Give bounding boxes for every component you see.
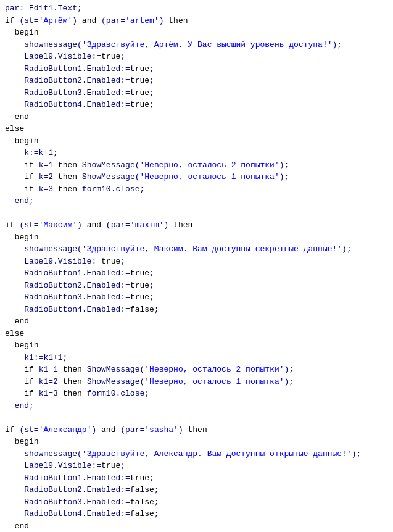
code-line: if k=3 then form10.close; <box>5 183 388 196</box>
code-line: RadioButton2.Enabled:=false; <box>5 484 388 496</box>
code-line: end; <box>5 195 388 207</box>
code-line: RadioButton3.Enabled:=false; <box>5 496 388 509</box>
code-line: end; <box>5 400 388 412</box>
code-line: if k1=3 then form10.close; <box>5 388 388 400</box>
code-line: RadioButton1.Enabled:=true; <box>5 472 388 484</box>
code-line: if (st='Артём') and (par='artem') then <box>5 15 388 27</box>
code-editor: par:=Edit1.Text; if (st='Артём') and (pa… <box>0 0 393 532</box>
code-line: Label9.Visible:=true; <box>5 256 388 268</box>
code-line: par:=Edit1.Text; <box>5 2 388 15</box>
code-line: if k=2 then ShowMessage('Неверно, остало… <box>5 171 388 183</box>
code-line: RadioButton3.Enabled:=true; <box>5 87 388 99</box>
code-line: if k1=2 then ShowMessage('Неверно, остал… <box>5 376 388 388</box>
code-line: end <box>5 111 388 123</box>
code-line: begin <box>5 27 388 39</box>
code-line: RadioButton1.Enabled:=true; <box>5 63 388 75</box>
code-line: begin <box>5 436 388 448</box>
code-line: begin <box>5 231 388 244</box>
code-line: k:=k+1; <box>5 147 388 159</box>
code-line: showmessage('Здравствуйте, Максим. Вам д… <box>5 243 388 256</box>
empty-line <box>5 412 388 424</box>
code-line: RadioButton4.Enabled:=false; <box>5 304 388 316</box>
code-line: RadioButton4.Enabled:=false; <box>5 508 388 520</box>
code-line: Label9.Visible:=true; <box>5 460 388 472</box>
code-line: begin <box>5 339 388 352</box>
code-line: if k1=1 then ShowMessage('Неверно, остал… <box>5 364 388 376</box>
code-line: RadioButton2.Enabled:=true; <box>5 75 388 87</box>
code-line: showmessage('Здравствуйте, Артём. У Вас … <box>5 39 388 51</box>
code-line: showmessage('Здравствуйте, Александр. Ва… <box>5 448 388 460</box>
code-line: if k=1 then ShowMessage('Неверно, остало… <box>5 159 388 172</box>
code-line: else <box>5 123 388 135</box>
code-line: RadioButton2.Enabled:=true; <box>5 280 388 292</box>
code-line: k1:=k1+1; <box>5 352 388 364</box>
code-line: if (st='Александр') and (par='sasha') th… <box>5 424 388 436</box>
code-line: RadioButton1.Enabled:=true; <box>5 267 388 280</box>
code-line: Label9.Visible:=true; <box>5 51 388 63</box>
code-line: if (st='Максим') and (par='maxim') then <box>5 219 388 231</box>
code-line: begin <box>5 135 388 148</box>
code-line: end <box>5 520 388 533</box>
code-line: RadioButton4.Enabled:=true; <box>5 99 388 111</box>
code-line: else <box>5 328 388 340</box>
empty-line <box>5 207 388 220</box>
code-line: end <box>5 315 388 328</box>
code-line: RadioButton3.Enabled:=true; <box>5 291 388 304</box>
